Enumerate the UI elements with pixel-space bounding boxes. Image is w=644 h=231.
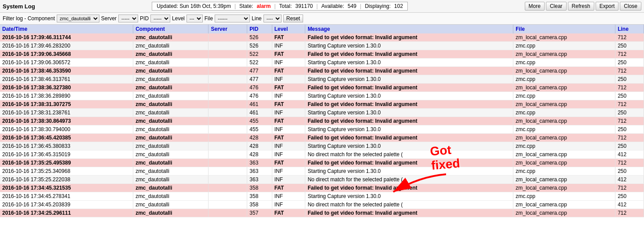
table-cell: zm_local_camera.cpp	[513, 150, 615, 159]
table-cell	[209, 100, 247, 109]
reset-button[interactable]: Reset	[283, 15, 303, 22]
table-cell: zm_local_camera.cpp	[513, 209, 615, 217]
table-cell: 477	[247, 67, 272, 75]
table-row: 2016-10-16 17:36:45.380833zmc_dautotalli…	[0, 142, 644, 150]
refresh-button[interactable]: Refresh	[568, 2, 594, 11]
table-cell: Failed to get video format: Invalid argu…	[305, 184, 513, 192]
table-row: 2016-10-16 17:38:36.289890zmc_dautotalli…	[0, 92, 644, 100]
table-row: 2016-10-16 17:35:25.222038zmc_dautotalli…	[0, 176, 644, 184]
table-cell: 2016-10-16 17:38:31.307275	[0, 100, 133, 109]
table-cell: zmc_dautotalli	[133, 192, 209, 201]
table-cell: Starting Capture version 1.30.0	[305, 59, 513, 67]
table-cell: 2016-10-16 17:38:31.238761	[0, 109, 133, 117]
table-cell: zmc.cpp	[513, 142, 615, 150]
table-cell: FAT	[272, 117, 305, 125]
table-cell: INF	[272, 201, 305, 209]
pid-select[interactable]: -----	[150, 15, 170, 22]
table-cell	[209, 33, 247, 42]
available-value: 549	[346, 3, 358, 9]
state-value: alarm	[255, 3, 272, 9]
table-cell	[209, 117, 247, 125]
table-cell: FAT	[272, 84, 305, 92]
table-cell: 2016-10-16 17:36:45.420385	[0, 134, 133, 142]
table-cell: zm_local_camera.cpp	[513, 201, 615, 209]
table-cell	[209, 125, 247, 134]
table-cell: Failed to get video format: Invalid argu…	[305, 159, 513, 167]
table-cell: zmc_dautotalli	[133, 42, 209, 50]
level-select[interactable]: ---	[187, 15, 203, 22]
table-cell: 250	[615, 192, 644, 201]
col-level: Level	[272, 25, 305, 33]
table-cell: Starting Capture version 1.30.0	[305, 92, 513, 100]
line-filter-label: Line	[252, 15, 262, 22]
col-server: Server	[209, 25, 247, 33]
line-select[interactable]: ----	[263, 15, 282, 22]
table-cell: Failed to get video format: Invalid argu…	[305, 67, 513, 75]
clear-button[interactable]: Clear	[546, 2, 567, 11]
table-cell: 250	[615, 92, 644, 100]
table-cell: 526	[247, 42, 272, 50]
table-cell: 712	[615, 67, 644, 75]
table-cell	[209, 209, 247, 217]
table-cell: 477	[247, 75, 272, 84]
table-cell: zm_local_camera.cpp	[513, 176, 615, 184]
table-row: 2016-10-16 17:38:31.307275zmc_dautotalli…	[0, 100, 644, 109]
table-cell: Failed to get video format: Invalid argu…	[305, 134, 513, 142]
table-cell: FAT	[272, 67, 305, 75]
more-button[interactable]: More	[525, 2, 545, 11]
table-cell: 2016-10-16 17:38:46.353590	[0, 67, 133, 75]
table-cell: 412	[615, 150, 644, 159]
table-cell: 522	[247, 50, 272, 59]
table-cell: 712	[615, 84, 644, 92]
table-cell: zmc.cpp	[513, 59, 615, 67]
table-cell: INF	[272, 42, 305, 50]
table-cell: 2016-10-16 17:35:25.222038	[0, 176, 133, 184]
close-button[interactable]: Close	[620, 2, 641, 11]
col-file: File	[513, 25, 615, 33]
table-cell: 2016-10-16 17:38:46.313761	[0, 75, 133, 84]
table-cell: 712	[615, 100, 644, 109]
table-cell	[209, 50, 247, 59]
table-row: 2016-10-16 17:38:46.353590zmc_dautotalli…	[0, 67, 644, 75]
col-component: Component	[133, 25, 209, 33]
status-bar: Updated: Sun 16th Oct, 5:39pm | State: a…	[152, 2, 408, 11]
component-select[interactable]: zmc_dautotalli	[57, 15, 99, 22]
available-label: Available:	[319, 3, 346, 9]
table-cell: 476	[247, 84, 272, 92]
table-cell	[209, 192, 247, 201]
table-cell: 250	[615, 75, 644, 84]
table-cell: zmc.cpp	[513, 109, 615, 117]
table-cell: zmc_dautotalli	[133, 159, 209, 167]
table-cell: INF	[272, 167, 305, 176]
table-cell: Starting Capture version 1.30.0	[305, 109, 513, 117]
export-button[interactable]: Export	[596, 2, 619, 11]
table-cell: 2016-10-16 17:35:25.340968	[0, 167, 133, 176]
table-cell	[209, 150, 247, 159]
state-label: State:	[238, 3, 255, 9]
table-cell: zmc_dautotalli	[133, 100, 209, 109]
table-cell: 358	[247, 192, 272, 201]
pid-filter-label: PID	[140, 15, 149, 22]
file-select[interactable]: ------	[215, 15, 250, 22]
table-cell	[209, 159, 247, 167]
table-row: 2016-10-16 17:36:45.315019zmc_dautotalli…	[0, 150, 644, 159]
table-cell: 2016-10-16 17:39:46.311744	[0, 33, 133, 42]
table-cell: 455	[247, 117, 272, 125]
table-cell: zmc_dautotalli	[133, 176, 209, 184]
table-header-row: Date/Time Component Server PID Level Mes…	[0, 25, 644, 33]
table-cell	[209, 92, 247, 100]
table-cell: 363	[247, 176, 272, 184]
table-cell: 712	[615, 117, 644, 125]
table-cell: 2016-10-16 17:34:25.296111	[0, 209, 133, 217]
table-row: 2016-10-16 17:34:25.296111zmc_dautotalli…	[0, 209, 644, 217]
table-cell	[209, 84, 247, 92]
table-cell: zmc_dautotalli	[133, 59, 209, 67]
table-cell: INF	[272, 125, 305, 134]
table-cell	[209, 109, 247, 117]
table-cell: zm_local_camera.cpp	[513, 134, 615, 142]
table-cell: zmc.cpp	[513, 92, 615, 100]
table-cell	[209, 184, 247, 192]
table-row: 2016-10-16 17:38:31.238761zmc_dautotalli…	[0, 109, 644, 117]
table-cell: zm_local_camera.cpp	[513, 117, 615, 125]
server-select[interactable]: -----	[118, 15, 138, 22]
